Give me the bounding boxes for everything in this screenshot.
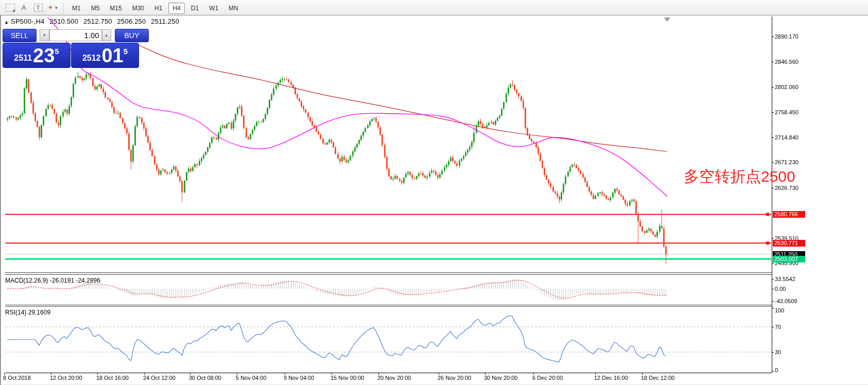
shapes-icon[interactable]: ✦ ▾ xyxy=(47,2,58,13)
price-tick-label: 2626.730 xyxy=(775,185,798,191)
time-tick-label: 8 Oct 2018 xyxy=(3,375,31,381)
time-axis[interactable]: 8 Oct 201812 Oct 20:0018 Oct 16:0024 Oct… xyxy=(1,375,868,385)
macd-indicator-label: MACD(12,26,9) -26.0191 -24.2896 xyxy=(5,277,100,284)
price-tick-label: 2890.170 xyxy=(775,33,798,40)
sell-price-display[interactable]: 2511 23 5 xyxy=(3,43,71,68)
price-tick-label: 2671.230 xyxy=(775,159,798,165)
macd-axis-label: 0.00 xyxy=(775,286,786,292)
rsi-axis-label: 0 xyxy=(775,367,778,373)
timeframe-m15[interactable]: M15 xyxy=(106,3,126,14)
macd-axis-label: 33.5542 xyxy=(775,276,795,282)
trade-panel-top-row: SELL ▼ ▲ BUY xyxy=(3,29,149,42)
buy-button[interactable]: BUY xyxy=(115,29,149,42)
timeframe-h4[interactable]: H4 xyxy=(168,3,184,14)
time-tick-label: 18 Dec 12:00 xyxy=(641,375,674,381)
time-tick-label: 20 Nov 20:00 xyxy=(377,375,411,381)
price-line-badge: 2530.771 xyxy=(773,240,805,247)
rsi-axis-label: 100 xyxy=(775,307,784,313)
rsi-axis-label: 30 xyxy=(775,349,781,355)
volume-increase-button[interactable]: ▲ xyxy=(102,29,112,41)
chart-header: ▲SP500-,H4 2510.500 2512.750 2506.250 25… xyxy=(4,18,182,25)
dropdown-arrow-icon: ▾ xyxy=(55,5,58,10)
macd-axis-label: -43.0509 xyxy=(775,298,797,304)
timeframe-w1[interactable]: W1 xyxy=(205,3,222,14)
timeframe-m5[interactable]: M5 xyxy=(87,3,104,14)
timeframe-m30[interactable]: M30 xyxy=(128,3,148,14)
price-line-badge: 2580.766 xyxy=(773,211,805,218)
timeframe-d1[interactable]: D1 xyxy=(187,3,203,14)
sell-price-small: 2511 xyxy=(14,54,32,63)
sell-price-sup: 5 xyxy=(55,47,59,56)
ohlc-low: 2506.250 xyxy=(117,18,146,25)
symbol-label: SP500-,H4 xyxy=(11,18,44,25)
timeframe-bar: M1M5M15M30H1H4D1W1MN xyxy=(67,3,244,12)
time-tick-label: 18 Oct 16:00 xyxy=(96,375,129,381)
time-tick-label: 24 Oct 12:00 xyxy=(143,375,176,381)
volume-input[interactable] xyxy=(49,29,102,41)
volume-decrease-button[interactable]: ▼ xyxy=(40,29,49,41)
ohlc-high: 2512.750 xyxy=(83,18,112,25)
time-tick-label: 6 Dec 20:00 xyxy=(532,375,563,381)
toolbar-separator xyxy=(63,3,64,13)
time-tick-label: 5 Nov 04:00 xyxy=(236,375,266,381)
rsi-indicator-label: RSI(14) 29.1609 xyxy=(5,309,50,316)
chart-text-annotation: 多空转折点2500 xyxy=(684,166,795,187)
rsi-axis-label: 70 xyxy=(775,324,781,330)
chart-window: ▲SP500-,H4 2510.500 2512.750 2506.250 25… xyxy=(0,15,868,385)
buy-price-sup: 5 xyxy=(124,47,128,56)
timeframe-m1[interactable]: M1 xyxy=(68,3,85,14)
text-label-icon[interactable]: T xyxy=(32,2,44,13)
chart-shift-marker-icon[interactable] xyxy=(664,18,670,22)
text-a-icon[interactable]: A xyxy=(18,2,29,13)
time-tick-label: 30 Oct 08:00 xyxy=(189,375,221,381)
time-tick-label: 26 Nov 20:00 xyxy=(438,375,471,381)
time-tick-label: 12 Oct 20:00 xyxy=(50,375,82,381)
ohlc-close: 2511.250 xyxy=(151,18,179,25)
time-tick-label: 15 Nov 00:00 xyxy=(331,375,364,381)
price-tick-label: 2714.840 xyxy=(775,134,798,141)
buy-price-small: 2512 xyxy=(82,54,101,63)
time-tick-label: 12 Dec 16:00 xyxy=(594,375,628,381)
timeframe-h1[interactable]: H1 xyxy=(150,3,166,14)
mt4-application: F A T ✦ ▾ M1M5M15M30H1H4D1W1MN ▲SP500-,H… xyxy=(0,0,868,385)
buy-price-big: 01 xyxy=(101,46,123,65)
ohlc-open: 2510.500 xyxy=(49,18,78,25)
sell-button[interactable]: SELL xyxy=(3,29,37,42)
time-tick-label: 30 Nov 20:00 xyxy=(484,375,517,381)
price-tick-label: 2758.450 xyxy=(775,109,798,115)
one-click-trade-panel: SELL ▼ ▲ BUY 2511 23 5 2512 01 5 xyxy=(3,29,149,69)
trend-triangle-icon: ▲ xyxy=(4,20,9,25)
time-tick-label: 9 Nov 04:00 xyxy=(284,375,314,381)
timeframe-mn[interactable]: MN xyxy=(224,3,242,14)
grid-f-icon[interactable]: F xyxy=(2,2,15,13)
buy-price-display[interactable]: 2512 01 5 xyxy=(71,43,139,68)
sell-price-big: 23 xyxy=(33,46,55,65)
top-toolbar: F A T ✦ ▾ M1M5M15M30H1H4D1W1MN xyxy=(0,0,868,15)
price-line-badge: 2503.007 xyxy=(773,256,805,262)
price-tick-label: 2846.560 xyxy=(775,59,798,65)
price-tick-label: 2802.060 xyxy=(775,84,798,90)
main-chart-canvas[interactable] xyxy=(1,15,868,385)
